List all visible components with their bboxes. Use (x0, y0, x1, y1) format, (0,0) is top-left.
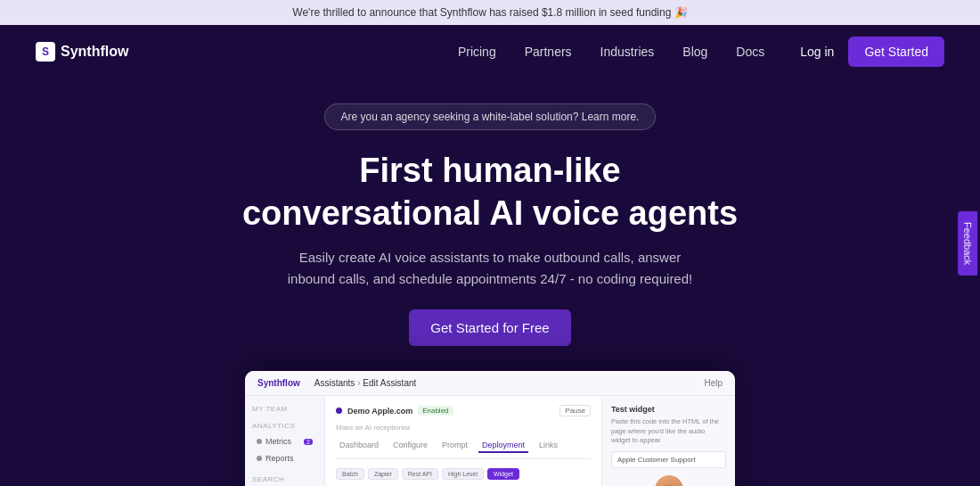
db-header: Synthflow Assistants › Edit Assistant He… (245, 371, 735, 396)
tab-configure[interactable]: Configure (389, 439, 431, 453)
nav-blog[interactable]: Blog (682, 45, 707, 59)
logo-icon: S (36, 42, 55, 62)
db-breadcrumb: Assistants › Edit Assistant (314, 378, 417, 388)
nav-pricing[interactable]: Pricing (458, 45, 496, 59)
metrics-badge: 2 (304, 439, 313, 445)
tab-deployment[interactable]: Deployment (478, 439, 528, 453)
deploy-high-level[interactable]: High Level (442, 468, 484, 480)
tab-prompt[interactable]: Prompt (438, 439, 471, 453)
agency-badge[interactable]: Are you an agency seeking a white-label … (324, 103, 657, 130)
assistant-dot (336, 408, 342, 414)
sidebar-item-reports[interactable]: Reports (252, 450, 317, 466)
nav-docs[interactable]: Docs (736, 45, 764, 59)
db-sidebar-search-label: SEARCH (252, 475, 317, 483)
sidebar-item-metrics[interactable]: Metrics 2 (252, 433, 317, 449)
right-panel-title: Test widget (611, 405, 726, 414)
dashboard-preview: Synthflow Assistants › Edit Assistant He… (245, 371, 735, 486)
login-button[interactable]: Log in (800, 45, 834, 59)
hero-subtitle: Easily create AI voice assistants to mak… (276, 247, 704, 290)
db-sidebar-search: SEARCH Assistants API Keys Discover (252, 475, 317, 486)
hero-title: First human-like conversational AI voice… (242, 150, 738, 235)
logo-text: Synthflow (61, 44, 128, 60)
hero-section: Are you an agency seeking a white-label … (0, 78, 980, 486)
deploy-batch[interactable]: Batch (336, 468, 364, 480)
nav-links: Pricing Partners Industries Blog Docs (458, 44, 764, 60)
deploy-widget[interactable]: Widget (487, 468, 519, 480)
navbar: S Synthflow Pricing Partners Industries … (0, 25, 980, 78)
db-help[interactable]: Help (704, 378, 723, 388)
right-panel-desc: Paste this code into the HTML of the pag… (611, 417, 726, 446)
announcement-text: We're thrilled to announce that Synthflo… (292, 6, 687, 19)
announcement-bar: We're thrilled to announce that Synthflo… (0, 0, 980, 25)
get-started-nav-button[interactable]: Get Started (848, 37, 944, 67)
nav-partners[interactable]: Partners (525, 45, 572, 59)
db-deploy-row: Batch Zapier Rest API High Level Widget (336, 468, 591, 480)
nav-industries[interactable]: Industries (600, 45, 655, 59)
db-tabs: Dashboard Configure Prompt Deployment Li… (336, 439, 591, 459)
get-started-hero-button[interactable]: Get Started for Free (409, 309, 570, 346)
db-assistant-header: Demo Apple.com Enabled Pause (336, 405, 591, 416)
avatar (655, 475, 683, 487)
deploy-zapier[interactable]: Zapier (368, 468, 398, 480)
db-body: MY TEAM ANALYTICS Metrics 2 Reports SE (245, 396, 735, 486)
pause-button[interactable]: Pause (559, 405, 591, 416)
db-sidebar-analytics-label: ANALYTICS (252, 422, 317, 430)
db-sidebar-analytics: ANALYTICS Metrics 2 Reports (252, 422, 317, 466)
avatar-inner (655, 475, 683, 487)
logo[interactable]: S Synthflow (36, 42, 128, 62)
db-sidebar-team: MY TEAM (252, 405, 317, 413)
reports-icon (257, 456, 262, 461)
feedback-tab[interactable]: Feedback (958, 210, 977, 275)
tab-links[interactable]: Links (535, 439, 561, 453)
assistant-name: Demo Apple.com (347, 407, 412, 416)
db-logo: Synthflow (257, 378, 300, 388)
db-right-panel: Test widget Paste this code into the HTM… (601, 396, 735, 486)
nav-actions: Log in Get Started (800, 37, 944, 67)
db-sidebar-team-label: MY TEAM (252, 405, 317, 413)
assistant-status-badge: Enabled (418, 406, 453, 416)
metrics-icon (257, 439, 262, 444)
assistant-sub-label: Make an AI receptionist (336, 424, 591, 432)
tab-dashboard[interactable]: Dashboard (336, 439, 382, 453)
db-main: Demo Apple.com Enabled Pause Make an AI … (325, 396, 601, 486)
deploy-rest-api[interactable]: Rest API (402, 468, 438, 480)
right-panel-input[interactable]: Apple Customer Support (611, 451, 726, 468)
db-sidebar: MY TEAM ANALYTICS Metrics 2 Reports SE (245, 396, 325, 486)
